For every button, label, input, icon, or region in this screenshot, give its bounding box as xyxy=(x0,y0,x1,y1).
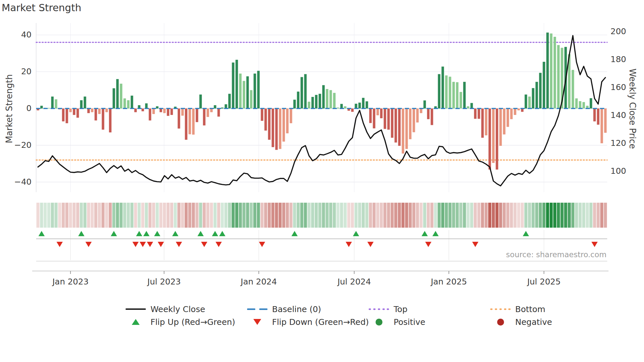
baseline-dash-swatch xyxy=(247,307,267,311)
legend-item-flip-up: Flip Up (Red→Green) xyxy=(126,317,235,327)
legend-item-top: Top xyxy=(369,304,407,314)
weekly-close-series xyxy=(38,35,606,186)
legend-item-flip-down: Flip Down (Green→Red) xyxy=(247,317,369,327)
x-axis-tick: Jan 2025 xyxy=(421,277,477,287)
legend-label: Flip Down (Green→Red) xyxy=(272,317,369,327)
x-axis-tick: Jul 2024 xyxy=(326,277,382,287)
right-axis-tick: 180 xyxy=(610,54,640,65)
flip-up-triangle-icon xyxy=(126,319,146,325)
legend-item-bottom: Bottom xyxy=(490,304,545,314)
market-strength-chart xyxy=(0,0,644,362)
source-note: source: sharemaestro.com xyxy=(407,250,607,259)
legend-item-negative: Negative xyxy=(490,317,552,327)
legend-label: Weekly Close xyxy=(150,305,205,314)
heatmap-strip xyxy=(36,203,607,228)
bottom-dotted-swatch xyxy=(490,307,511,311)
right-axis-tick: 160 xyxy=(610,82,640,93)
left-axis-tick: 20 xyxy=(0,66,32,77)
legend-label: Positive xyxy=(394,317,425,327)
chart-title: Market Strength xyxy=(2,2,81,13)
legend-label: Bottom xyxy=(515,305,545,314)
right-axis-tick: 200 xyxy=(610,26,640,37)
legend-label: Flip Up (Red→Green) xyxy=(150,317,235,327)
legend-label: Baseline (0) xyxy=(272,305,321,314)
legend-item-weekly-close: Weekly Close xyxy=(126,304,205,314)
top-dotted-swatch xyxy=(369,307,389,311)
negative-dot-icon xyxy=(490,319,511,326)
legend-label: Top xyxy=(394,305,407,314)
flip-down-markers xyxy=(57,242,598,247)
x-axis-tick: Jul 2025 xyxy=(516,277,572,287)
right-axis-tick: 140 xyxy=(610,110,640,121)
right-axis-tick: 100 xyxy=(610,166,640,176)
weekly-close-line xyxy=(38,35,606,186)
flip-down-triangle-icon xyxy=(247,319,267,325)
legend-label: Negative xyxy=(515,317,552,327)
x-axis xyxy=(32,261,609,274)
left-axis-tick: 40 xyxy=(0,30,32,40)
weekly-close-line-swatch xyxy=(126,308,146,310)
positive-dot-icon xyxy=(369,319,389,326)
x-axis-tick: Jan 2024 xyxy=(231,277,287,287)
market-strength-dashboard: Market Strength Market Strength Weekly C… xyxy=(0,0,644,362)
left-axis-tick: −40 xyxy=(0,177,32,187)
strength-bars xyxy=(37,33,607,170)
legend-item-baseline: Baseline (0) xyxy=(247,304,321,314)
x-axis-tick: Jan 2023 xyxy=(43,277,99,287)
flip-up-markers xyxy=(38,231,529,236)
right-axis-tick: 120 xyxy=(610,138,640,148)
left-axis-tick: −20 xyxy=(0,140,32,150)
x-axis-tick: Jul 2023 xyxy=(136,277,192,287)
legend-item-positive: Positive xyxy=(369,317,425,327)
left-axis-tick: 0 xyxy=(0,103,32,114)
